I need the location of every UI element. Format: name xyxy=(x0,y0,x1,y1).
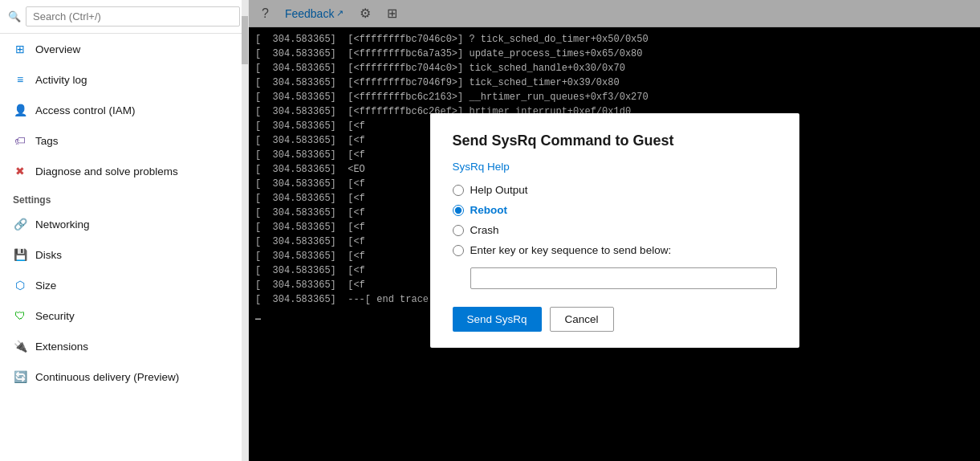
modal-title: Send SysRq Command to Guest xyxy=(453,133,777,149)
sidebar-item-label: Size xyxy=(35,279,56,292)
label-crash[interactable]: Crash xyxy=(470,224,499,236)
scrollbar-thumb[interactable] xyxy=(242,16,248,64)
network-icon: 🔗 xyxy=(13,217,27,231)
sidebar-item-label: Activity log xyxy=(35,74,87,86)
sidebar-scrollbar[interactable] xyxy=(242,0,248,461)
sidebar-item-activity-log[interactable]: ≡ Activity log xyxy=(0,64,248,95)
radio-crash[interactable] xyxy=(453,225,464,236)
sidebar-item-label: Diagnose and solve problems xyxy=(35,165,178,177)
main-content: ? Feedback ↗ ⚙ ⊞ [ 304.583365] [<fffffff… xyxy=(249,0,980,461)
sidebar-item-label: Overview xyxy=(35,43,80,55)
radio-reboot[interactable] xyxy=(453,205,464,216)
sidebar-item-label: Tags xyxy=(35,135,59,147)
sidebar-item-overview[interactable]: ⊞ Overview xyxy=(0,34,248,64)
person-icon: 👤 xyxy=(13,103,27,117)
sidebar-item-label: Networking xyxy=(35,218,90,230)
tag-icon: 🏷 xyxy=(13,133,27,148)
option-key-sequence: Enter key or key sequence to send below: xyxy=(453,244,777,256)
sidebar-item-diagnose[interactable]: ✖ Diagnose and solve problems xyxy=(0,156,248,186)
sysrq-help-link[interactable]: SysRq Help xyxy=(453,161,777,173)
sysrq-modal: Send SysRq Command to Guest SysRq Help H… xyxy=(430,113,799,348)
sidebar-item-networking[interactable]: 🔗 Networking xyxy=(0,209,248,239)
key-sequence-input[interactable] xyxy=(470,267,777,289)
sidebar-item-label: Access control (IAM) xyxy=(35,104,136,116)
grid-icon: ⊞ xyxy=(13,42,27,56)
sidebar-item-size[interactable]: ⬡ Size xyxy=(0,270,248,300)
sidebar: 🔍 ⊞ Overview ≡ Activity log 👤 Access con… xyxy=(0,0,249,461)
radio-key-sequence[interactable] xyxy=(453,245,464,256)
sidebar-item-label: Extensions xyxy=(35,341,88,353)
label-key-sequence[interactable]: Enter key or key sequence to send below: xyxy=(470,244,672,256)
extension-icon: 🔌 xyxy=(13,339,27,353)
search-icon: 🔍 xyxy=(8,10,21,22)
disk-icon: 💾 xyxy=(13,247,27,262)
sidebar-item-access-control[interactable]: 👤 Access control (IAM) xyxy=(0,95,248,125)
option-reboot: Reboot xyxy=(453,204,777,216)
sidebar-item-continuous-delivery[interactable]: 🔄 Continuous delivery (Preview) xyxy=(0,361,248,392)
sidebar-search-container: 🔍 xyxy=(0,0,248,34)
cancel-button[interactable]: Cancel xyxy=(550,307,614,332)
sidebar-item-label: Continuous delivery (Preview) xyxy=(35,371,179,383)
sidebar-item-label: Security xyxy=(35,310,75,322)
delivery-icon: 🔄 xyxy=(13,369,27,384)
sidebar-item-label: Disks xyxy=(35,249,62,261)
size-icon: ⬡ xyxy=(13,278,27,292)
label-reboot[interactable]: Reboot xyxy=(470,204,508,216)
x-icon: ✖ xyxy=(13,164,27,178)
modal-actions: Send SysRq Cancel xyxy=(453,307,777,332)
send-sysrq-button[interactable]: Send SysRq xyxy=(453,307,542,332)
sidebar-item-tags[interactable]: 🏷 Tags xyxy=(0,125,248,156)
modal-overlay: Send SysRq Command to Guest SysRq Help H… xyxy=(249,0,980,461)
sidebar-item-extensions[interactable]: 🔌 Extensions xyxy=(0,331,248,361)
option-crash: Crash xyxy=(453,224,777,236)
sidebar-item-security[interactable]: 🛡 Security xyxy=(0,300,248,331)
label-help-output[interactable]: Help Output xyxy=(470,184,528,196)
shield-icon: 🛡 xyxy=(13,308,27,323)
list-icon: ≡ xyxy=(13,72,27,87)
search-input[interactable] xyxy=(26,6,240,27)
sidebar-item-disks[interactable]: 💾 Disks xyxy=(0,239,248,270)
radio-help-output[interactable] xyxy=(453,185,464,196)
settings-header: Settings xyxy=(0,186,248,209)
option-help-output: Help Output xyxy=(453,184,777,196)
